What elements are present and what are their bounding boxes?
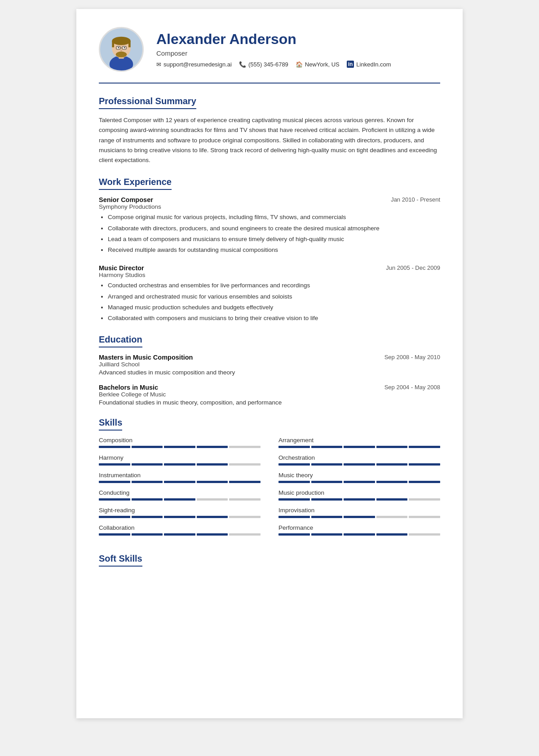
job-date-1: Jun 2005 - Dec 2009	[386, 264, 440, 271]
bullet-item: Conducted orchestras and ensembles for l…	[108, 281, 440, 290]
contact-email: ✉ support@resumedesign.ai	[156, 61, 232, 68]
skill-segment	[164, 481, 195, 483]
edu-school-1: Berklee College of Music	[99, 391, 440, 398]
skill-segment	[278, 498, 310, 501]
location-text: NewYork, US	[305, 61, 340, 68]
svg-point-10	[118, 47, 119, 48]
header-info: Alexander Anderson Composer ✉ support@re…	[156, 31, 440, 68]
skill-segment	[132, 481, 163, 483]
skill-item-4: Instrumentation	[99, 472, 261, 483]
skill-segment	[229, 463, 261, 466]
phone-icon: 📞	[239, 61, 246, 68]
skill-segment	[132, 463, 163, 466]
skill-name-6: Conducting	[99, 489, 261, 496]
phone-text: (555) 345-6789	[248, 61, 288, 68]
skill-item-5: Music theory	[278, 472, 440, 483]
contact-location: 🏠 NewYork, US	[296, 61, 340, 68]
skill-segment	[376, 481, 408, 483]
skill-name-4: Instrumentation	[99, 472, 261, 479]
skill-item-10: Collaboration	[99, 524, 261, 536]
skill-segment	[164, 463, 195, 466]
skill-bar-3	[278, 463, 440, 466]
skill-segment	[278, 481, 310, 483]
skill-item-2: Harmony	[99, 454, 261, 466]
skill-segment	[132, 498, 163, 501]
skill-segment	[376, 446, 408, 448]
bullet-item: Collaborated with composers and musician…	[108, 314, 440, 323]
skills-title: Skills	[99, 418, 122, 431]
linkedin-icon: in	[347, 61, 354, 68]
bullet-item: Collaborate with directors, producers, a…	[108, 224, 440, 233]
skill-segment	[99, 446, 130, 448]
skill-bar-9	[278, 516, 440, 518]
edu-desc-1: Foundational studies in music theory, co…	[99, 399, 440, 406]
candidate-name: Alexander Anderson	[156, 31, 440, 48]
skill-segment	[164, 533, 195, 536]
skill-bar-10	[99, 533, 261, 536]
edu-degree-0: Masters in Music Composition	[99, 354, 193, 361]
skill-segment	[132, 516, 163, 518]
svg-point-4	[112, 37, 130, 45]
skill-bar-4	[99, 481, 261, 483]
skill-segment	[197, 498, 228, 501]
skill-bar-5	[278, 481, 440, 483]
location-icon: 🏠	[296, 61, 303, 68]
skill-name-10: Collaboration	[99, 524, 261, 531]
skill-segment	[197, 463, 228, 466]
skill-bar-1	[278, 446, 440, 448]
skill-segment	[311, 463, 343, 466]
summary-section: Professional Summary Talented Composer w…	[99, 96, 440, 165]
skill-segment	[164, 516, 195, 518]
skill-segment	[132, 533, 163, 536]
job-date-0: Jan 2010 - Present	[391, 196, 440, 203]
skill-segment	[409, 481, 440, 483]
job-bullets-1: Conducted orchestras and ensembles for l…	[99, 281, 440, 323]
skill-segment	[344, 446, 375, 448]
skill-segment	[197, 516, 228, 518]
bullet-item: Received multiple awards for outstanding…	[108, 246, 440, 255]
skill-segment	[197, 481, 228, 483]
skill-segment	[409, 516, 440, 518]
skill-segment	[311, 533, 343, 536]
skill-segment	[229, 516, 261, 518]
skill-bar-0	[99, 446, 261, 448]
skill-segment	[344, 498, 375, 501]
header-section: Alexander Anderson Composer ✉ support@re…	[99, 27, 440, 84]
skill-segment	[311, 481, 343, 483]
skill-item-1: Arrangement	[278, 437, 440, 448]
skill-segment	[311, 516, 343, 518]
skill-segment	[344, 463, 375, 466]
skill-name-11: Performance	[278, 524, 440, 531]
skill-segment	[197, 446, 228, 448]
skill-item-8: Sight-reading	[99, 507, 261, 518]
skill-segment	[99, 498, 130, 501]
job-bullets-0: Compose original music for various proje…	[99, 213, 440, 255]
skill-name-2: Harmony	[99, 454, 261, 461]
skill-segment	[229, 481, 261, 483]
skill-segment	[99, 516, 130, 518]
svg-rect-6	[128, 41, 131, 47]
skill-segment	[409, 446, 440, 448]
edu-desc-0: Advanced studies in music composition an…	[99, 369, 440, 376]
soft-skills-section: Soft Skills	[99, 554, 440, 573]
resume-document: Alexander Anderson Composer ✉ support@re…	[76, 9, 463, 718]
skill-bar-11	[278, 533, 440, 536]
skill-segment	[409, 463, 440, 466]
job-header-0: Senior Composer Jan 2010 - Present	[99, 196, 440, 203]
email-icon: ✉	[156, 61, 161, 68]
skill-bar-6	[99, 498, 261, 501]
skill-name-9: Improvisation	[278, 507, 440, 514]
skill-name-8: Sight-reading	[99, 507, 261, 514]
skill-item-6: Conducting	[99, 489, 261, 501]
skill-item-11: Performance	[278, 524, 440, 536]
linkedin-text: LinkedIn.com	[356, 61, 391, 68]
skill-name-0: Composition	[99, 437, 261, 444]
avatar	[99, 27, 144, 72]
skill-segment	[229, 533, 261, 536]
contact-linkedin: in LinkedIn.com	[347, 61, 391, 68]
skill-bar-8	[99, 516, 261, 518]
svg-point-7	[116, 52, 127, 57]
skill-item-3: Orchestration	[278, 454, 440, 466]
skill-bar-7	[278, 498, 440, 501]
skill-segment	[99, 463, 130, 466]
